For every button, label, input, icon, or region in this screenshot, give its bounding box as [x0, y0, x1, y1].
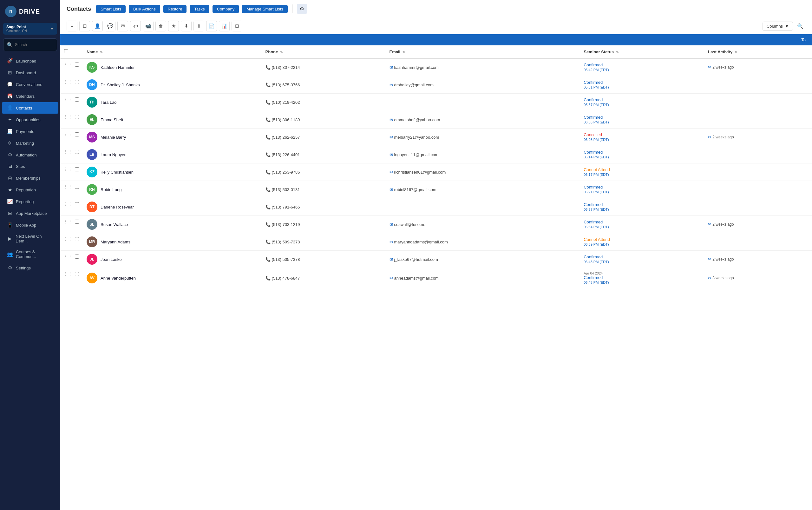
sidebar-item-mobile-app[interactable]: 📱 Mobile App: [2, 219, 58, 231]
star-button[interactable]: ★: [168, 21, 179, 31]
location-selector[interactable]: Sage Point Cincinnati, OH ▼: [3, 23, 57, 35]
row-drag-handle[interactable]: ⋮⋮: [62, 236, 73, 242]
row-last-activity-cell: [704, 76, 812, 94]
contact-card-button[interactable]: 👤: [92, 21, 103, 31]
restore-tab[interactable]: Restore: [163, 5, 187, 13]
email-icon: ✉: [390, 257, 393, 262]
row-name-cell[interactable]: LB Laura Nguyen: [83, 146, 262, 164]
row-checkbox[interactable]: [75, 272, 79, 276]
row-drag-handle[interactable]: ⋮⋮: [62, 254, 73, 259]
phone-value: 📞(513) 505-7378: [266, 257, 300, 262]
column-header-email[interactable]: Email ⇅: [386, 46, 580, 58]
row-drag-handle[interactable]: ⋮⋮: [62, 184, 73, 189]
sidebar-item-automation[interactable]: ⚙ Automation: [2, 149, 58, 161]
smart-lists-tab[interactable]: Smart Lists: [96, 5, 126, 13]
columns-button[interactable]: Columns ▼: [762, 22, 793, 31]
row-name-cell[interactable]: AV Anne Vanderputten: [83, 268, 262, 288]
row-name-cell[interactable]: DH Dr. Shelley J. Shanks: [83, 76, 262, 94]
settings-gear-button[interactable]: ⚙: [297, 4, 307, 14]
row-drag-handle[interactable]: ⋮⋮: [62, 114, 73, 119]
row-name-cell[interactable]: KS Kathleen Hammler: [83, 58, 262, 76]
row-name-cell[interactable]: MR Maryann Adams: [83, 233, 262, 251]
seminar-status-value: Confirmed: [583, 97, 603, 102]
sidebar-item-reputation[interactable]: ★ Reputation: [2, 184, 58, 196]
document-button[interactable]: 📄: [206, 21, 217, 31]
select-all-checkbox[interactable]: [64, 49, 68, 53]
column-header-seminar-status[interactable]: Seminar Status ⇅: [580, 46, 704, 58]
row-drag-handle[interactable]: ⋮⋮: [62, 79, 73, 84]
row-drag-handle[interactable]: ⋮⋮: [62, 149, 73, 154]
column-header-name[interactable]: Name ⇅: [83, 46, 262, 58]
row-checkbox[interactable]: [75, 167, 79, 171]
row-checkbox[interactable]: [75, 237, 79, 241]
row-checkbox[interactable]: [75, 150, 79, 154]
sidebar-item-calendars[interactable]: 📅 Calendars: [2, 90, 58, 102]
sidebar-item-marketing[interactable]: ✈ Marketing: [2, 137, 58, 149]
row-checkbox[interactable]: [75, 132, 79, 137]
chart-button[interactable]: 📊: [219, 21, 230, 31]
sidebar-item-app-marketplace[interactable]: ⊞ App Marketplace: [2, 207, 58, 219]
grid-button[interactable]: ⊞: [232, 21, 242, 31]
sidebar-item-next-level[interactable]: ▶ Next Level On Dem...: [2, 231, 58, 246]
row-phone-cell: 📞(513) 505-7378: [262, 251, 386, 268]
upload-button[interactable]: ⬆: [193, 21, 204, 31]
tasks-tab[interactable]: Tasks: [190, 5, 209, 13]
row-checkbox[interactable]: [75, 255, 79, 259]
manage-smart-lists-tab[interactable]: Manage Smart Lists: [242, 5, 288, 13]
search-input[interactable]: [15, 42, 60, 47]
row-checkbox[interactable]: [75, 185, 79, 189]
video-button[interactable]: 📹: [143, 21, 153, 31]
row-checkbox[interactable]: [75, 62, 79, 67]
row-drag-handle[interactable]: ⋮⋮: [62, 271, 73, 277]
add-contact-button[interactable]: +: [67, 21, 78, 31]
email-button[interactable]: ✉: [117, 21, 128, 31]
sidebar-item-conversations[interactable]: 💬 Conversations: [2, 79, 58, 90]
row-actions-cell: ⋮⋮: [60, 94, 83, 105]
download-button[interactable]: ⬇: [181, 21, 191, 31]
row-drag-handle[interactable]: ⋮⋮: [62, 62, 73, 67]
row-name-cell[interactable]: KZ Kelly Christiansen: [83, 164, 262, 181]
avatar: DH: [87, 79, 97, 90]
row-phone-cell: 📞(510) 219-4202: [262, 94, 386, 111]
filter-button[interactable]: ⊟: [79, 21, 90, 31]
sidebar-item-sites[interactable]: 🖥 Sites: [2, 161, 58, 172]
row-checkbox[interactable]: [75, 220, 79, 224]
sidebar-item-memberships[interactable]: ◎ Memberships: [2, 172, 58, 184]
row-drag-handle[interactable]: ⋮⋮: [62, 219, 73, 224]
sidebar-item-label: Reputation: [16, 188, 36, 192]
sidebar-search[interactable]: 🔍 ⌘ K ⚡: [3, 38, 57, 51]
chat-button[interactable]: 💬: [105, 21, 116, 31]
row-name-cell[interactable]: SL Susan Wallace: [83, 216, 262, 233]
column-header-phone[interactable]: Phone ⇅: [262, 46, 386, 58]
sidebar-item-contacts[interactable]: 👤 Contacts: [2, 102, 58, 114]
seminar-status-value: Confirmed: [583, 62, 603, 67]
company-tab[interactable]: Company: [212, 5, 239, 13]
sidebar-item-courses[interactable]: 👥 Courses & Commun...: [2, 247, 58, 262]
row-name-cell[interactable]: JL Joan Lasko: [83, 251, 262, 268]
row-drag-handle[interactable]: ⋮⋮: [62, 132, 73, 137]
row-name-cell[interactable]: DT Darlene Rosevear: [83, 198, 262, 216]
bulk-actions-tab[interactable]: Bulk Actions: [129, 5, 160, 13]
row-checkbox[interactable]: [75, 115, 79, 119]
row-drag-handle[interactable]: ⋮⋮: [62, 201, 73, 207]
row-checkbox[interactable]: [75, 202, 79, 206]
column-header-last-activity[interactable]: Last Activity ⇅: [704, 46, 812, 58]
row-drag-handle[interactable]: ⋮⋮: [62, 167, 73, 172]
sidebar-item-reporting[interactable]: 📈 Reporting: [2, 196, 58, 207]
row-drag-handle[interactable]: ⋮⋮: [62, 97, 73, 102]
delete-button[interactable]: 🗑: [155, 21, 166, 31]
row-checkbox[interactable]: [75, 80, 79, 84]
sidebar-item-payments[interactable]: 🧾 Payments: [2, 126, 58, 137]
row-name-cell[interactable]: TH Tara Lao: [83, 94, 262, 111]
row-name-cell[interactable]: MS Melanie Barry: [83, 129, 262, 146]
sidebar-item-dashboard[interactable]: ⊞ Dashboard: [2, 67, 58, 78]
row-name-cell[interactable]: RN Robin Long: [83, 181, 262, 198]
sidebar-item-opportunities[interactable]: ✦ Opportunities: [2, 114, 58, 125]
row-name-cell[interactable]: EL Emma Sheft: [83, 111, 262, 129]
row-checkbox[interactable]: [75, 97, 79, 102]
tag-button[interactable]: 🏷: [130, 21, 141, 31]
phone-icon: 📞: [266, 83, 271, 87]
sidebar-item-launchpad[interactable]: 🚀 Launchpad: [2, 55, 58, 67]
search-button[interactable]: 🔍: [795, 21, 806, 31]
sidebar-item-settings[interactable]: ⚙ Settings: [2, 262, 58, 274]
